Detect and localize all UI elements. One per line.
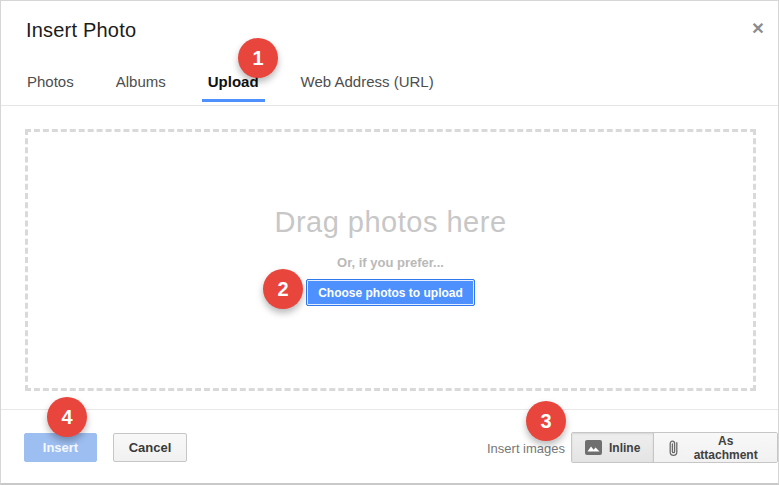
choose-photos-button[interactable]: Choose photos to upload [306, 279, 475, 306]
insert-photo-dialog: Insert Photo ✕ Photos Albums Upload Web … [0, 0, 779, 485]
insert-mode-toggle: Inline As attachment [571, 432, 778, 463]
page-title: Insert Photo [26, 19, 136, 42]
close-icon[interactable]: ✕ [746, 17, 770, 41]
as-attachment-toggle-button[interactable]: As attachment [653, 433, 777, 462]
drag-drop-zone[interactable]: Drag photos here Or, if you prefer... Ch… [25, 129, 756, 391]
inline-label: Inline [609, 441, 640, 455]
annotation-badge-2: 2 [263, 269, 303, 309]
tabbar-divider [1, 105, 779, 106]
tab-albums[interactable]: Albums [110, 73, 172, 102]
tab-photos[interactable]: Photos [21, 73, 80, 102]
annotation-badge-1: 1 [238, 38, 278, 78]
dropzone-heading: Drag photos here [274, 206, 506, 239]
insert-button[interactable]: Insert [24, 433, 97, 462]
insert-images-label: Insert images [487, 441, 565, 456]
tabbar: Photos Albums Upload Web Address (URL) [21, 73, 440, 102]
cancel-button[interactable]: Cancel [113, 433, 187, 462]
footer-divider [1, 409, 779, 410]
as-attachment-label: As attachment [687, 434, 764, 462]
image-icon [585, 440, 602, 455]
tab-web-address[interactable]: Web Address (URL) [295, 73, 440, 102]
inline-toggle-button[interactable]: Inline [572, 433, 653, 462]
dropzone-subtext: Or, if you prefer... [337, 255, 444, 270]
annotation-badge-3: 3 [526, 401, 566, 441]
annotation-badge-4: 4 [47, 397, 87, 437]
paperclip-icon [667, 438, 680, 458]
